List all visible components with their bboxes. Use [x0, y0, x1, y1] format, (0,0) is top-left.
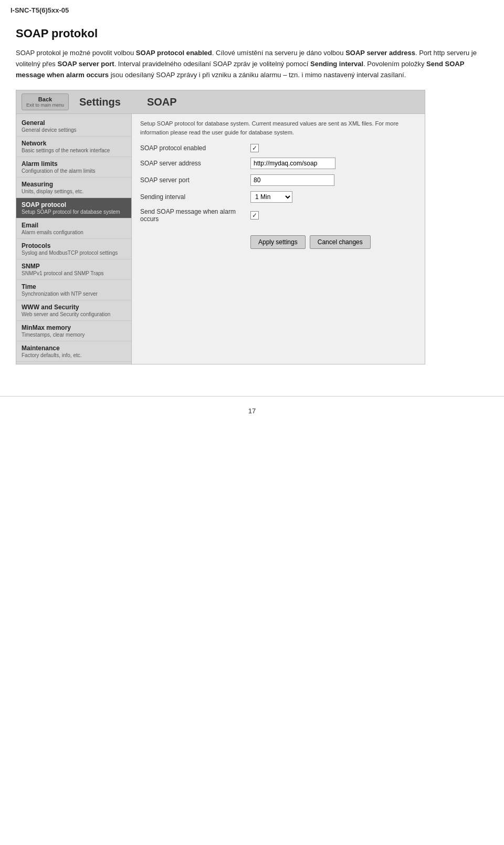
settings-form: SOAP protocol enabled ✓ SOAP server addr…	[140, 144, 416, 249]
sidebar-item-minmax[interactable]: MinMax memory Timestamps, clear memory	[16, 321, 131, 341]
sidebar-item-www-security[interactable]: WWW and Security Web server and Security…	[16, 300, 131, 321]
sidebar-item-measuring[interactable]: Measuring Units, display settings, etc.	[16, 178, 131, 198]
sidebar-item-title: Protocols	[22, 242, 126, 249]
sidebar: General General device settings Network …	[16, 114, 132, 364]
page-number: 17	[248, 407, 256, 415]
ui-header-title: Settings	[79, 96, 121, 108]
form-value-sending-interval: 1 Min 5 Min 10 Min 30 Min 60 Min	[250, 191, 416, 203]
doc-title: SOAP protokol	[16, 27, 488, 40]
device-id: I-SNC-T5(6)5xx-05	[10, 6, 69, 14]
ui-body: General General device settings Network …	[16, 114, 425, 364]
ui-header: Back Exit to main menu Settings SOAP	[16, 90, 425, 114]
form-select-wrapper: 1 Min 5 Min 10 Min 30 Min 60 Min	[250, 191, 292, 203]
sidebar-item-snmp[interactable]: SNMP SNMPv1 protocol and SNMP Traps	[16, 259, 131, 280]
main-description: Setup SOAP protocol for database system.…	[140, 119, 416, 137]
sidebar-item-general[interactable]: General General device settings	[16, 116, 131, 137]
form-row-soap-address: SOAP server address	[140, 158, 416, 169]
form-row-soap-alarm: Send SOAP message when alarm occurs ✓	[140, 208, 416, 223]
form-actions: Apply settings Cancel changes	[140, 235, 416, 249]
sidebar-item-title: Network	[22, 140, 126, 147]
form-row-soap-enabled: SOAP protocol enabled ✓	[140, 144, 416, 152]
apply-settings-button[interactable]: Apply settings	[250, 235, 306, 249]
form-value-soap-alarm: ✓	[250, 211, 416, 220]
form-label-soap-alarm: Send SOAP message when alarm occurs	[140, 208, 245, 223]
form-label-soap-enabled: SOAP protocol enabled	[140, 144, 245, 152]
form-value-soap-address	[250, 158, 416, 169]
back-button[interactable]: Back Exit to main menu	[22, 93, 69, 110]
back-label: Back	[26, 96, 64, 102]
sidebar-item-sub: Syslog and ModbusTCP protocol settings	[22, 250, 126, 256]
content-area: SOAP protokol SOAP protokol je možné pov…	[0, 16, 504, 380]
ui-screenshot: Back Exit to main menu Settings SOAP Gen…	[16, 90, 425, 364]
ui-header-section: SOAP	[147, 96, 177, 108]
page-header: I-SNC-T5(6)5xx-05	[0, 0, 504, 16]
form-label-sending-interval: Sending interval	[140, 193, 245, 201]
sidebar-item-title: MinMax memory	[22, 324, 126, 331]
sidebar-item-title: SOAP protocol	[22, 201, 126, 208]
checkbox-soap-enabled[interactable]: ✓	[250, 144, 259, 152]
doc-paragraph-1: SOAP protokol je možné povolit volbou SO…	[16, 48, 488, 80]
form-value-soap-port	[250, 174, 416, 186]
sidebar-item-sub: Web server and Security configuration	[22, 311, 126, 317]
doc-body: SOAP protokol je možné povolit volbou SO…	[16, 48, 488, 80]
sidebar-item-network[interactable]: Network Basic settings of the network in…	[16, 137, 131, 157]
sidebar-item-alarm-limits[interactable]: Alarm limits Configuration of the alarm …	[16, 157, 131, 178]
sidebar-item-sub: Units, display settings, etc.	[22, 189, 126, 194]
sidebar-item-protocols[interactable]: Protocols Syslog and ModbusTCP protocol …	[16, 239, 131, 259]
sidebar-item-soap[interactable]: SOAP protocol Setup SOAP protocol for da…	[16, 198, 131, 218]
sidebar-item-title: Measuring	[22, 181, 126, 188]
sidebar-item-sub: General device settings	[22, 127, 126, 133]
sidebar-item-maintenance[interactable]: Maintenance Factory defaults, info, etc.	[16, 341, 131, 362]
sidebar-item-sub: SNMPv1 protocol and SNMP Traps	[22, 270, 126, 276]
form-label-soap-port: SOAP server port	[140, 176, 245, 184]
sidebar-item-title: Email	[22, 222, 126, 229]
sidebar-item-title: Time	[22, 283, 126, 290]
sidebar-item-sub: Basic settings of the network interface	[22, 148, 126, 153]
sidebar-item-sub: Configuration of the alarm limits	[22, 168, 126, 174]
sidebar-item-sub: Setup SOAP protocol for database system	[22, 209, 126, 215]
page-footer: 17	[0, 396, 504, 425]
main-panel: Setup SOAP protocol for database system.…	[132, 114, 425, 364]
cancel-changes-button[interactable]: Cancel changes	[310, 235, 371, 249]
soap-address-input[interactable]	[250, 158, 335, 169]
checkbox-soap-alarm[interactable]: ✓	[250, 211, 259, 220]
sidebar-item-title: Alarm limits	[22, 160, 126, 168]
sidebar-item-sub: Alarm emails configuration	[22, 229, 126, 235]
back-sub: Exit to main menu	[26, 102, 64, 108]
form-row-sending-interval: Sending interval 1 Min 5 Min 10 Min 30 M…	[140, 191, 416, 203]
soap-port-input[interactable]	[250, 174, 334, 186]
form-label-soap-address: SOAP server address	[140, 160, 245, 167]
sidebar-item-title: General	[22, 119, 126, 127]
sidebar-item-time[interactable]: Time Synchronization with NTP server	[16, 280, 131, 300]
sidebar-item-title: WWW and Security	[22, 304, 126, 311]
sending-interval-select[interactable]: 1 Min 5 Min 10 Min 30 Min 60 Min	[250, 191, 292, 203]
sidebar-item-title: Maintenance	[22, 345, 126, 352]
form-row-soap-port: SOAP server port	[140, 174, 416, 186]
sidebar-item-sub: Timestamps, clear memory	[22, 332, 126, 338]
sidebar-item-sub: Factory defaults, info, etc.	[22, 352, 126, 358]
sidebar-item-email[interactable]: Email Alarm emails configuration	[16, 218, 131, 239]
sidebar-item-sub: Synchronization with NTP server	[22, 291, 126, 297]
sidebar-item-title: SNMP	[22, 263, 126, 270]
form-value-soap-enabled: ✓	[250, 144, 416, 152]
